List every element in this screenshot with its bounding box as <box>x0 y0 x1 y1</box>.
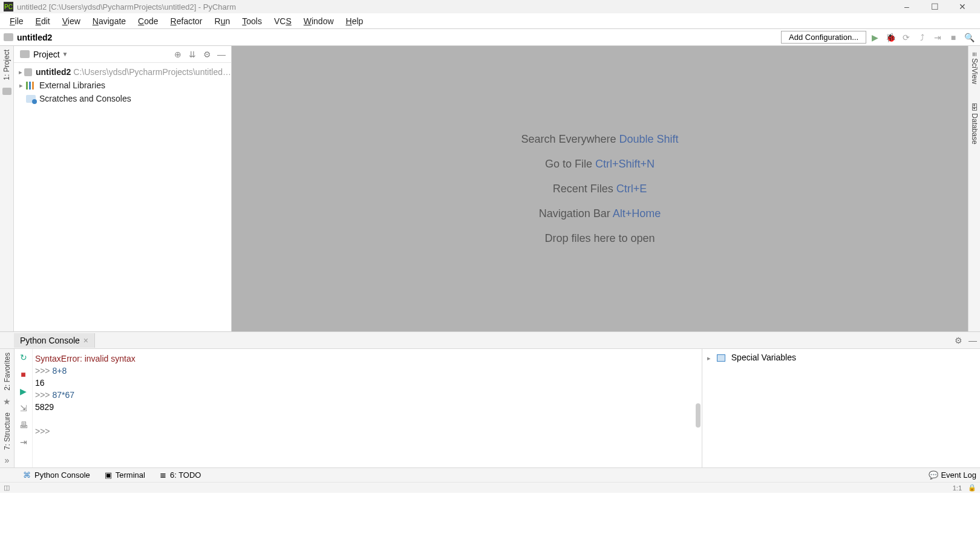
chevron-down-icon[interactable]: ▼ <box>62 51 68 57</box>
project-tree[interactable]: ▸ untitled2 C:\Users\ydsd\PycharmProject… <box>14 63 231 108</box>
breadcrumb[interactable]: untitled2 <box>17 33 52 42</box>
tab-database[interactable]: 🗄 Database <box>969 100 980 148</box>
status-icon[interactable]: ◫ <box>4 484 10 492</box>
console-wrapper: Python Console × ⚙ — 2: Favorites ★ 7: S… <box>0 331 980 467</box>
chevron-right-icon[interactable]: ▸ <box>16 82 26 90</box>
tree-scratches[interactable]: Scratches and Consoles <box>14 92 231 105</box>
maximize-button[interactable]: ☐ <box>921 0 949 13</box>
gear-icon[interactable]: ⚙ <box>951 336 965 345</box>
menu-window[interactable]: Window <box>298 15 340 27</box>
debug-console-icon[interactable]: ⇲ <box>18 402 30 414</box>
hint-drop: Drop files here to open <box>544 232 655 244</box>
bottom-bar: ⌘ Python Console ▣ Terminal ≣ 6: TODO 💬 … <box>0 467 980 482</box>
tree-ext-label: External Libraries <box>39 80 105 90</box>
shortcut-recent: Ctrl+E <box>616 183 647 195</box>
todo-icon: ≣ <box>160 470 166 480</box>
shortcut-gotofile: Ctrl+Shift+N <box>595 158 655 170</box>
window-title: untitled2 [C:\Users\ydsd\PycharmProjects… <box>17 2 236 11</box>
more-icon[interactable]: » <box>5 455 10 465</box>
editor-placeholder[interactable]: Search Everywhere Double Shift Go to Fil… <box>232 46 968 331</box>
lock-icon[interactable]: 🔒 <box>968 484 976 492</box>
navigation-bar: untitled2 Add Configuration... ▶ 🐞 ⟳ ⤴ ⇥… <box>0 29 980 46</box>
hide-icon[interactable]: — <box>965 336 980 345</box>
project-panel-title[interactable]: Project <box>33 50 60 59</box>
coverage-icon[interactable]: ⟳ <box>899 30 913 45</box>
print-icon[interactable]: 🖶 <box>18 419 30 431</box>
menu-tools[interactable]: Tools <box>236 15 268 27</box>
add-configuration-button[interactable]: Add Configuration... <box>781 31 866 44</box>
title-bar: PC untitled2 [C:\Users\ydsd\PycharmProje… <box>0 0 980 13</box>
variables-icon <box>717 354 725 362</box>
console-prompt[interactable]: >>> <box>35 426 50 436</box>
cursor-position[interactable]: 1:1 <box>953 484 962 492</box>
menu-navigate[interactable]: Navigate <box>87 15 132 27</box>
python-icon: ⌘ <box>23 470 31 480</box>
tab-favorites[interactable]: 2: Favorites <box>2 349 13 394</box>
tab-terminal[interactable]: ▣ Terminal <box>97 468 152 482</box>
menu-bar: File Edit View Navigate Code Refactor Ru… <box>0 13 980 29</box>
tab-sciview[interactable]: ≡ SciView <box>969 48 980 88</box>
menu-code[interactable]: Code <box>132 15 164 27</box>
console-expr: 87*67 <box>52 390 74 400</box>
stop-icon[interactable]: ■ <box>18 368 30 380</box>
shortcut-navbar: Alt+Home <box>613 207 661 220</box>
chevron-right-icon[interactable]: ▸ <box>707 354 711 362</box>
hint-recent: Recent Files <box>553 183 613 195</box>
attach-icon[interactable]: ⇥ <box>930 30 945 45</box>
special-variables-label: Special Variables <box>731 353 796 362</box>
project-panel-header: Project ▼ ⊕ ⇊ ⚙ — <box>14 46 231 63</box>
folder-icon <box>4 33 13 41</box>
tree-scratch-label: Scratches and Consoles <box>39 94 131 103</box>
profile-icon[interactable]: ⤴ <box>915 30 929 45</box>
event-log-button[interactable]: 💬 Event Log <box>929 470 976 480</box>
star-icon: ★ <box>3 397 11 406</box>
locate-icon[interactable]: ⊕ <box>171 50 185 59</box>
tree-external-libraries[interactable]: ▸ External Libraries <box>14 79 231 92</box>
close-tab-icon[interactable]: × <box>83 336 88 345</box>
menu-vcs[interactable]: VCS <box>268 15 298 27</box>
execute-icon[interactable]: ▶ <box>18 385 30 397</box>
console-tab[interactable]: Python Console × <box>14 333 95 348</box>
folder-mini-icon[interactable] <box>2 88 11 95</box>
tree-root-name: untitled2 <box>36 67 71 77</box>
minimize-button[interactable]: – <box>893 0 921 13</box>
tab-python-console[interactable]: ⌘ Python Console <box>16 468 97 482</box>
search-icon[interactable]: 🔍 <box>962 30 976 45</box>
stop-icon[interactable]: ■ <box>946 30 961 45</box>
close-button[interactable]: ✕ <box>949 0 976 13</box>
tab-project[interactable]: 1: Project <box>1 46 12 84</box>
run-icon[interactable]: ▶ <box>867 30 882 45</box>
console-output[interactable]: SyntaxError: invalid syntax >>> 8+8 16 >… <box>33 349 702 467</box>
menu-help[interactable]: Help <box>340 15 370 27</box>
scrollbar-thumb[interactable] <box>696 403 701 428</box>
menu-edit[interactable]: Edit <box>30 15 56 27</box>
menu-file[interactable]: File <box>4 15 30 27</box>
menu-refactor[interactable]: Refactor <box>165 15 209 27</box>
history-icon[interactable]: ⇥ <box>18 436 30 448</box>
menu-run[interactable]: Run <box>209 15 237 27</box>
tab-structure[interactable]: 7: Structure <box>2 409 13 454</box>
console-expr: 8+8 <box>52 366 67 376</box>
console-error: SyntaxError: invalid syntax <box>35 353 699 365</box>
project-panel: Project ▼ ⊕ ⇊ ⚙ — ▸ untitled2 C:\Users\y… <box>14 46 232 331</box>
debug-icon[interactable]: 🐞 <box>883 30 898 45</box>
variables-panel[interactable]: ▸ Special Variables <box>702 349 980 467</box>
hide-icon[interactable]: — <box>214 50 229 59</box>
chevron-right-icon[interactable]: ▸ <box>16 68 24 76</box>
status-bar: ◫ 1:1 🔒 <box>0 482 980 493</box>
gear-icon[interactable]: ⚙ <box>200 50 214 59</box>
console-tab-bar: Python Console × ⚙ — <box>0 332 980 349</box>
hint-gotofile: Go to File <box>545 158 592 170</box>
left-gutter: 1: Project <box>0 46 14 331</box>
collapse-icon[interactable]: ⇊ <box>185 50 200 59</box>
folder-icon <box>24 68 32 76</box>
console-tab-label: Python Console <box>20 336 80 345</box>
rerun-icon[interactable]: ↻ <box>18 351 30 363</box>
tab-todo[interactable]: ≣ 6: TODO <box>152 468 209 482</box>
libraries-icon <box>26 82 36 90</box>
console-toolbar: ↻ ■ ▶ ⇲ 🖶 ⇥ <box>15 349 33 467</box>
hint-search: Search Everywhere <box>521 133 616 145</box>
menu-view[interactable]: View <box>56 15 87 27</box>
tree-root[interactable]: ▸ untitled2 C:\Users\ydsd\PycharmProject… <box>14 65 231 79</box>
shortcut-search: Double Shift <box>619 133 679 145</box>
